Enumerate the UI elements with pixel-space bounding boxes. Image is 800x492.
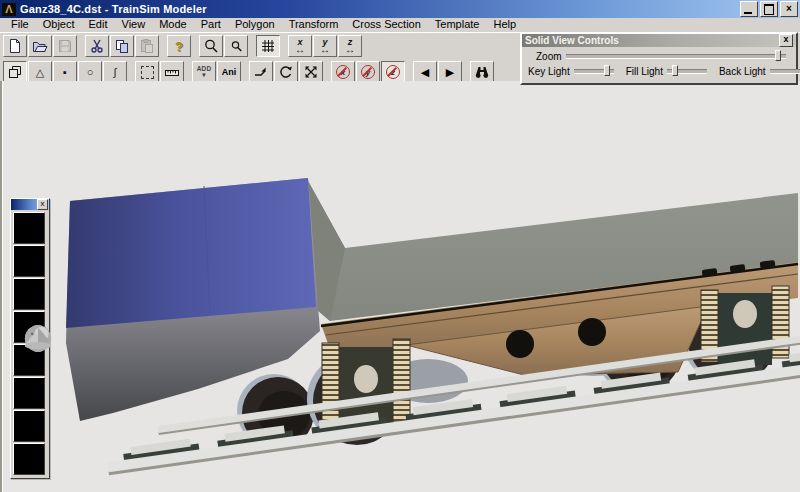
fill-light-slider[interactable] bbox=[667, 69, 707, 74]
ruler-icon bbox=[164, 64, 180, 80]
svc-close-button[interactable]: x bbox=[779, 34, 793, 47]
magnifier-large-icon bbox=[203, 38, 219, 54]
shape-palette: x bbox=[10, 198, 50, 479]
lock-z-button[interactable]: z bbox=[381, 61, 405, 83]
paste-icon bbox=[139, 38, 155, 54]
solid-view-button[interactable] bbox=[3, 61, 27, 83]
binoculars-icon bbox=[474, 64, 490, 80]
key-light-thumb[interactable] bbox=[604, 65, 610, 76]
restore-icon bbox=[764, 4, 774, 15]
next-part-button[interactable]: ▶ bbox=[438, 61, 462, 83]
menu-part[interactable]: Part bbox=[194, 18, 228, 31]
window-title: Ganz38_4C.dst - TrainSim Modeler bbox=[20, 3, 740, 15]
solid-view-controls-palette: Solid View Controls x Zoom Key Light Fil… bbox=[520, 32, 798, 85]
next-icon: ▶ bbox=[446, 67, 454, 78]
title-bar[interactable]: Λ Ganz38_4C.dst - TrainSim Modeler × bbox=[0, 0, 800, 18]
selection-rect-icon bbox=[141, 66, 154, 79]
close-button[interactable]: × bbox=[780, 1, 798, 17]
toolbar-separator bbox=[242, 61, 249, 83]
measure-button[interactable] bbox=[160, 61, 184, 83]
menu-object[interactable]: Object bbox=[36, 18, 82, 31]
svc-title: Solid View Controls bbox=[525, 35, 779, 47]
point-icon: ▪ bbox=[63, 67, 67, 78]
paste-button[interactable] bbox=[135, 35, 159, 57]
restore-button[interactable] bbox=[760, 1, 778, 17]
app-icon: Λ bbox=[2, 3, 16, 16]
scissors-icon bbox=[89, 38, 105, 54]
point-button[interactable]: ▪ bbox=[53, 61, 77, 83]
toolbar-separator bbox=[463, 61, 470, 83]
train-model-scene bbox=[8, 81, 800, 492]
rotate-icon bbox=[278, 64, 294, 80]
no-x-icon bbox=[336, 65, 350, 79]
new-file-button[interactable] bbox=[3, 35, 27, 57]
zoom-slider-label: Zoom bbox=[536, 51, 562, 62]
menu-file[interactable]: File bbox=[4, 18, 36, 31]
cut-button[interactable] bbox=[85, 35, 109, 57]
viewport-area: x bbox=[0, 81, 800, 492]
triangle-icon: △ bbox=[36, 67, 44, 78]
magnifier-small-icon bbox=[228, 38, 244, 54]
minimize-button[interactable] bbox=[740, 1, 758, 17]
prev-icon: ◀ bbox=[421, 67, 429, 78]
tool-dome-button[interactable] bbox=[13, 443, 45, 475]
fill-light-label: Fill Light bbox=[626, 66, 663, 77]
grid-toggle-button[interactable] bbox=[256, 35, 280, 57]
new-file-icon bbox=[7, 38, 23, 54]
prev-part-button[interactable]: ◀ bbox=[413, 61, 437, 83]
x-axis-button[interactable]: x ↔ bbox=[288, 35, 312, 57]
close-icon: × bbox=[786, 4, 792, 14]
menu-template[interactable]: Template bbox=[428, 18, 487, 31]
menu-polygon[interactable]: Polygon bbox=[228, 18, 282, 31]
svc-titlebar[interactable]: Solid View Controls x bbox=[522, 34, 796, 47]
open-file-button[interactable] bbox=[28, 35, 52, 57]
z-axis-button[interactable]: z ↔ bbox=[338, 35, 362, 57]
copy-icon bbox=[114, 38, 130, 54]
menu-help[interactable]: Help bbox=[486, 18, 523, 31]
open-folder-icon bbox=[32, 38, 48, 54]
circle-icon: ○ bbox=[87, 67, 94, 78]
circle-poly-button[interactable]: ○ bbox=[78, 61, 102, 83]
find-button[interactable] bbox=[470, 61, 494, 83]
y-axis-button[interactable]: y ↔ bbox=[313, 35, 337, 57]
menu-cross-section[interactable]: Cross Section bbox=[345, 18, 427, 31]
toolbar-separator bbox=[281, 35, 288, 57]
help-button[interactable]: ? bbox=[167, 35, 191, 57]
trainsim-modeler-window: Λ Ganz38_4C.dst - TrainSim Modeler × Fil… bbox=[0, 0, 800, 492]
move-tool-button[interactable] bbox=[249, 61, 273, 83]
save-file-button[interactable] bbox=[53, 35, 77, 57]
menu-edit[interactable]: Edit bbox=[82, 18, 115, 31]
zoom-slider-thumb[interactable] bbox=[775, 50, 781, 61]
scale-tool-button[interactable] bbox=[299, 61, 323, 83]
lock-x-button[interactable]: x bbox=[331, 61, 355, 83]
minimize-icon bbox=[744, 12, 752, 14]
menu-mode[interactable]: Mode bbox=[152, 18, 194, 31]
toolbar-separator bbox=[78, 35, 85, 57]
select-rect-button[interactable] bbox=[135, 61, 159, 83]
grid-icon bbox=[260, 38, 276, 54]
triangle-poly-button[interactable]: △ bbox=[28, 61, 52, 83]
back-light-slider[interactable] bbox=[770, 69, 800, 74]
toolbar-separator bbox=[185, 61, 192, 83]
spline-icon: ∫ bbox=[113, 67, 116, 78]
spline-button[interactable]: ∫ bbox=[103, 61, 127, 83]
menu-bar: File Object Edit View Mode Part Polygon … bbox=[0, 18, 800, 32]
toolbar-separator bbox=[128, 61, 135, 83]
animation-button[interactable]: Ani bbox=[217, 61, 241, 83]
menu-transform[interactable]: Transform bbox=[282, 18, 346, 31]
zoom-in-button[interactable] bbox=[199, 35, 223, 57]
zoom-slider[interactable] bbox=[566, 54, 786, 59]
zoom-out-button[interactable] bbox=[224, 35, 248, 57]
add-point-button[interactable]: ADD ▾ bbox=[192, 61, 216, 83]
fill-light-thumb[interactable] bbox=[672, 65, 678, 76]
key-light-slider[interactable] bbox=[574, 69, 614, 74]
dome-icon bbox=[19, 199, 57, 478]
copy-button[interactable] bbox=[110, 35, 134, 57]
no-y-icon bbox=[361, 65, 375, 79]
lock-y-button[interactable]: y bbox=[356, 61, 380, 83]
no-z-icon bbox=[386, 65, 400, 79]
rotate-tool-button[interactable] bbox=[274, 61, 298, 83]
menu-view[interactable]: View bbox=[115, 18, 153, 31]
viewport-3d[interactable] bbox=[8, 81, 800, 492]
toolbar-separator bbox=[324, 61, 331, 83]
